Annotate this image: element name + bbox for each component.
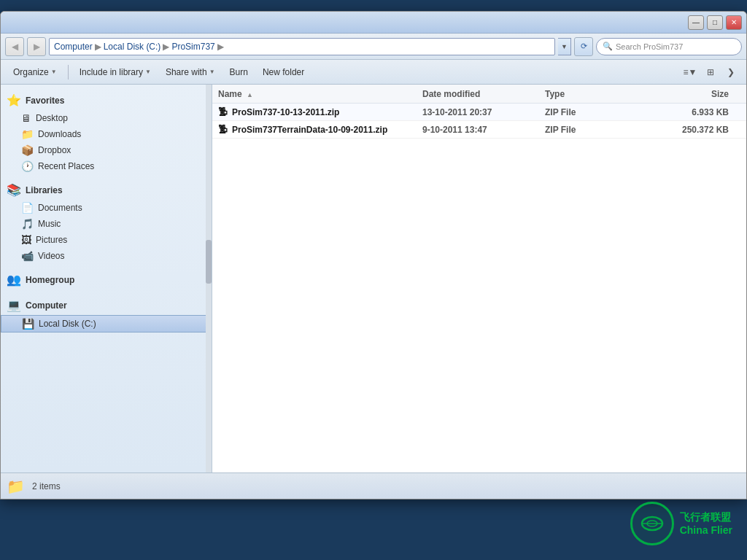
toolbar-sep-1	[68, 65, 69, 79]
burn-label: Burn	[230, 67, 248, 77]
col-date-header[interactable]: Date modified	[422, 89, 545, 99]
file-icon: 🗜	[218, 106, 228, 117]
sidebar-music-label: Music	[38, 219, 61, 229]
sidebar-item-music[interactable]: 🎵 Music	[1, 216, 212, 232]
sidebar: ⭐ Favorites 🖥 Desktop 📁 Downloads 📦 Drop…	[1, 85, 212, 472]
search-box[interactable]: 🔍 Search ProSim737	[596, 38, 742, 55]
organize-button[interactable]: Organize ▼	[7, 63, 63, 82]
status-folder-icon: 📁	[7, 478, 25, 495]
favorites-section: ⭐ Favorites 🖥 Desktop 📁 Downloads 📦 Drop…	[1, 90, 212, 174]
watermark-text: 飞行者联盟 China Flier	[680, 510, 732, 537]
address-path[interactable]: Computer ▶ Local Disk (C:) ▶ ProSim737 ▶	[49, 38, 555, 55]
pictures-icon: 🖼	[21, 234, 31, 246]
share-with-label: Share with	[166, 67, 207, 77]
file-size: 6.933 KB	[647, 107, 740, 117]
path-local-disk[interactable]: Local Disk (C:)	[104, 42, 161, 52]
close-button[interactable]: ✕	[726, 15, 742, 30]
file-type: ZIP File	[545, 125, 647, 135]
sidebar-item-videos[interactable]: 📹 Videos	[1, 248, 212, 264]
computer-section: 💻 Computer 💾 Local Disk (C:)	[1, 295, 212, 332]
address-bar: ◀ ▶ Computer ▶ Local Disk (C:) ▶ ProSim7…	[1, 34, 746, 60]
sidebar-item-downloads[interactable]: 📁 Downloads	[1, 126, 212, 142]
sidebar-pictures-label: Pictures	[36, 235, 67, 245]
organize-dropdown-arrow: ▼	[51, 69, 57, 75]
sidebar-downloads-label: Downloads	[38, 129, 81, 139]
table-row[interactable]: 🗜ProSim737-10-13-2011.zip 13-10-2011 20:…	[212, 104, 746, 121]
videos-icon: 📹	[21, 250, 34, 262]
recent-places-icon: 🕐	[21, 160, 34, 172]
sidebar-item-pictures[interactable]: 🖼 Pictures	[1, 232, 212, 248]
scrollbar-thumb[interactable]	[206, 240, 212, 284]
libraries-label: Libraries	[26, 185, 63, 195]
include-library-dropdown-arrow: ▼	[145, 69, 151, 75]
sidebar-item-dropbox[interactable]: 📦 Dropbox	[1, 142, 212, 158]
path-prosim737[interactable]: ProSim737	[171, 42, 214, 52]
content-pane: Name ▲ Date modified Type Size 🗜ProSim73…	[212, 85, 746, 472]
music-icon: 🎵	[21, 218, 34, 230]
sidebar-desktop-label: Desktop	[36, 113, 68, 123]
file-name: 🗜ProSim737-10-13-2011.zip	[218, 106, 422, 117]
sidebar-scrollbar[interactable]	[206, 85, 212, 472]
window-controls: — □ ✕	[688, 15, 742, 30]
path-sep-1: ▶	[95, 42, 101, 52]
path-computer[interactable]: Computer	[54, 42, 93, 52]
favorites-label: Favorites	[26, 96, 64, 106]
col-name-header[interactable]: Name ▲	[218, 89, 422, 99]
minimize-button[interactable]: —	[688, 15, 704, 30]
computer-label: Computer	[26, 300, 67, 311]
title-bar: — □ ✕	[1, 12, 746, 34]
file-icon: 🗜	[218, 124, 228, 135]
favorites-icon: ⭐	[7, 93, 21, 107]
sidebar-recent-label: Recent Places	[38, 161, 94, 171]
dropbox-icon: 📦	[21, 144, 34, 156]
path-dropdown-arrow[interactable]: ▼	[558, 38, 571, 55]
col-type-header[interactable]: Type	[545, 89, 647, 99]
forward-button[interactable]: ▶	[27, 37, 46, 56]
watermark: 飞行者联盟 China Flier	[630, 502, 732, 545]
documents-icon: 📄	[21, 202, 34, 214]
file-name: 🗜ProSim737TerrainData-10-09-2011.zip	[218, 124, 422, 135]
libraries-header[interactable]: 📚 Libraries	[1, 180, 212, 200]
view-details-button[interactable]: ⊞	[701, 63, 720, 82]
main-area: ⭐ Favorites 🖥 Desktop 📁 Downloads 📦 Drop…	[1, 85, 746, 472]
toolbar: Organize ▼ Include in library ▼ Share wi…	[1, 60, 746, 85]
toolbar-right: ≡▼ ⊞ ❯	[681, 63, 740, 82]
maximize-button[interactable]: □	[707, 15, 723, 30]
include-library-button[interactable]: Include in library ▼	[73, 63, 158, 82]
view-list-button[interactable]: ≡▼	[681, 63, 700, 82]
burn-button[interactable]: Burn	[223, 63, 255, 82]
libraries-icon: 📚	[7, 183, 21, 197]
sidebar-item-documents[interactable]: 📄 Documents	[1, 200, 212, 216]
sidebar-item-desktop[interactable]: 🖥 Desktop	[1, 110, 212, 126]
homegroup-section: 👥 Homegroup	[1, 270, 212, 289]
homegroup-label: Homegroup	[26, 275, 74, 285]
local-disk-icon: 💾	[22, 318, 34, 330]
path-sep-3: ▶	[217, 42, 224, 52]
computer-header[interactable]: 💻 Computer	[1, 295, 212, 315]
path-sep-2: ▶	[163, 42, 169, 52]
favorites-header[interactable]: ⭐ Favorites	[1, 90, 212, 110]
table-row[interactable]: 🗜ProSim737TerrainData-10-09-2011.zip 9-1…	[212, 121, 746, 139]
sidebar-item-recent-places[interactable]: 🕐 Recent Places	[1, 158, 212, 174]
file-size: 250.372 KB	[647, 125, 740, 135]
share-with-dropdown-arrow: ▼	[209, 69, 215, 75]
back-button[interactable]: ◀	[5, 37, 24, 56]
organize-label: Organize	[13, 67, 49, 77]
libraries-section: 📚 Libraries 📄 Documents 🎵 Music 🖼 Pictur…	[1, 180, 212, 264]
homegroup-header[interactable]: 👥 Homegroup	[1, 270, 212, 289]
refresh-button[interactable]: ⟳	[574, 37, 593, 56]
search-icon: 🔍	[603, 42, 613, 51]
share-with-button[interactable]: Share with ▼	[159, 63, 222, 82]
sidebar-item-local-disk[interactable]: 💾 Local Disk (C:)	[1, 315, 212, 332]
sidebar-documents-label: Documents	[38, 203, 82, 213]
col-size-header[interactable]: Size	[647, 89, 740, 99]
new-folder-label: New folder	[263, 67, 304, 77]
desktop-icon: 🖥	[21, 112, 31, 124]
file-date: 9-10-2011 13:47	[422, 125, 545, 135]
status-bar: 📁 2 items	[1, 472, 746, 499]
new-folder-button[interactable]: New folder	[256, 63, 311, 82]
homegroup-icon: 👥	[7, 273, 21, 287]
column-headers: Name ▲ Date modified Type Size	[212, 85, 746, 104]
view-preview-button[interactable]: ❯	[721, 63, 740, 82]
file-date: 13-10-2011 20:37	[422, 107, 545, 117]
